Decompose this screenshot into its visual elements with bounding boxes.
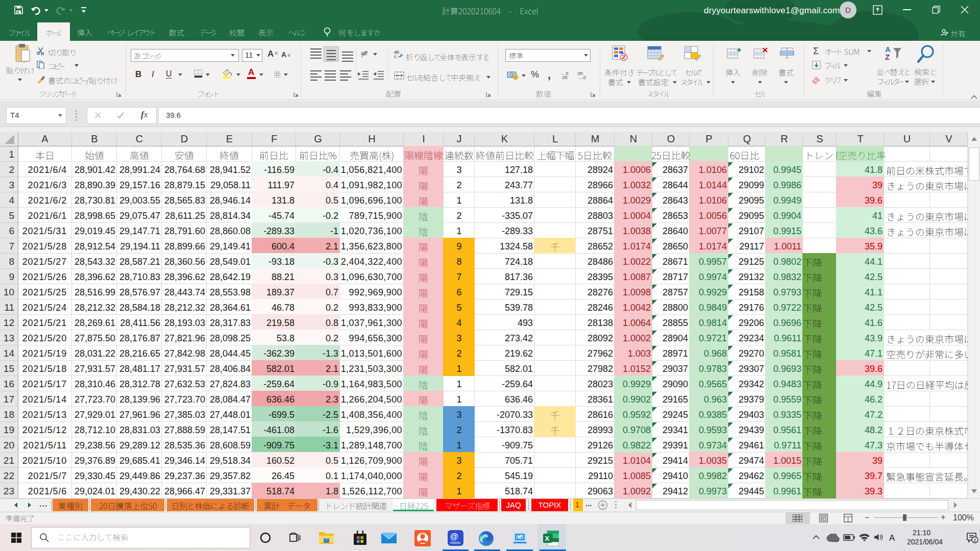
svg-text:X: X [545,535,550,542]
svg-text:c: c [394,54,397,59]
svg-text:ab: ab [361,50,367,56]
svg-text:.00: .00 [561,75,568,79]
svg-text:→.0: →.0 [578,75,586,79]
svg-text:¥: ¥ [514,75,517,80]
svg-text:2: 2 [974,538,976,543]
svg-text:menu: menu [450,540,460,545]
svg-text:@: @ [450,532,458,541]
